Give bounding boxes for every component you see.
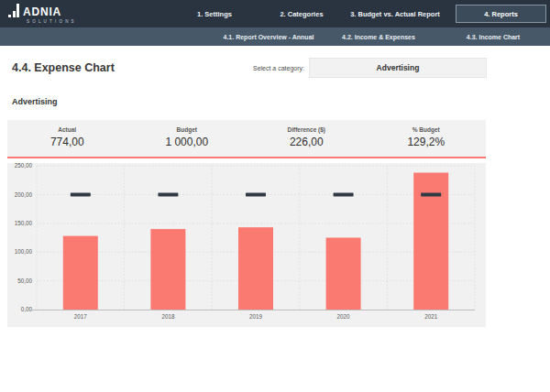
summary-col-difference: Difference ($) 226,00 [247,120,367,157]
summary-value: 129,2% [367,136,487,148]
svg-text:2017: 2017 [74,313,88,320]
section-title: Advertising [12,97,58,106]
brand-tagline: SOLUTIONS [27,19,91,24]
summary-value: 226,00 [247,136,367,148]
summary-strip: Actual 774,00 Budget 1 000,00 Difference… [7,120,486,158]
svg-text:2019: 2019 [249,313,263,320]
svg-text:50,00: 50,00 [17,278,32,284]
summary-col-actual: Actual 774,00 [7,120,127,157]
expense-chart-page: ADNIA SOLUTIONS 1. Settings 2. Categorie… [0,0,550,392]
top-nav: ADNIA SOLUTIONS 1. Settings 2. Categorie… [0,0,550,27]
subnav-item-income-expenses[interactable]: 4.2. Income & Expenses [342,34,415,40]
subnav-item-income-chart[interactable]: 4.3. Income Chart [467,34,520,40]
svg-text:0,00: 0,00 [21,306,33,312]
svg-text:100,00: 100,00 [15,248,33,255]
expense-chart-svg: 0,0050,00100,00150,00200,00250,002017201… [7,163,486,327]
brand-name: ADNIA [23,6,61,17]
category-select[interactable]: Advertising [309,58,487,78]
nav-item-categories[interactable]: 2. Categories [280,10,323,18]
summary-col-pct-budget: % Budget 129,2% [367,120,487,157]
summary-label: % Budget [367,126,487,133]
svg-text:2021: 2021 [424,313,438,320]
page-title: 4.4. Expense Chart [12,61,115,74]
svg-text:150,00: 150,00 [15,220,33,226]
svg-text:200,00: 200,00 [15,191,33,198]
summary-label: Budget [127,126,248,133]
svg-text:250,00: 250,00 [15,163,33,169]
expense-chart: 0,0050,00100,00150,00200,00250,002017201… [7,163,486,327]
summary-label: Difference ($) [247,126,367,133]
category-select-label: Select a category: [204,65,304,71]
nav-item-reports-active[interactable]: 4. Reports [456,5,546,23]
nav-item-settings[interactable]: 1. Settings [197,10,232,18]
nav-item-budget-vs-actual[interactable]: 3. Budget vs. Actual Report [350,10,440,18]
sub-nav: 4.1. Report Overview - Annual 4.2. Incom… [0,27,550,46]
bar-chart-logo-icon [8,4,19,17]
subnav-item-report-overview[interactable]: 4.1. Report Overview - Annual [224,34,314,40]
adnia-logo: ADNIA SOLUTIONS [8,4,91,24]
summary-label: Actual [7,126,127,133]
summary-value: 1 000,00 [127,136,248,148]
svg-text:2020: 2020 [337,313,351,320]
svg-text:2018: 2018 [161,313,175,320]
summary-value: 774,00 [7,136,127,148]
summary-col-budget: Budget 1 000,00 [127,120,248,157]
